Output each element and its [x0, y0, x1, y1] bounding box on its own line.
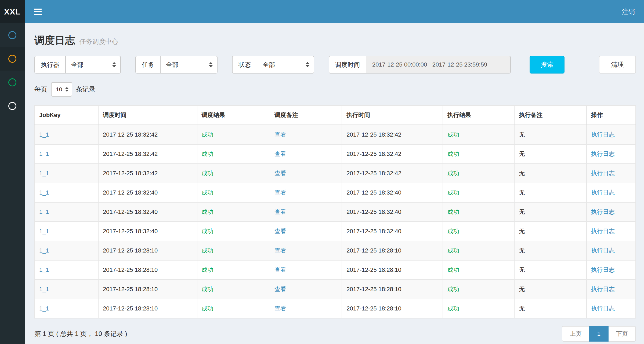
column-header: 调度结果	[197, 105, 270, 125]
cell-trigger-time: 2017-12-25 18:32:40	[98, 202, 197, 222]
search-button[interactable]: 搜索	[530, 56, 565, 74]
clear-button[interactable]: 清理	[599, 56, 636, 74]
cell-trigger-msg-link[interactable]: 查看	[274, 208, 286, 215]
cell-trigger-result: 成功	[197, 164, 270, 183]
cell-action-link[interactable]: 执行日志	[591, 228, 615, 235]
table-row: 1_12017-12-25 18:28:10成功查看2017-12-25 18:…	[35, 299, 636, 318]
per-page-select[interactable]: 10	[51, 82, 72, 97]
sidebar-item-job-log[interactable]	[0, 71, 25, 94]
cell-trigger-msg-link[interactable]: 查看	[274, 151, 286, 157]
table-row: 1_12017-12-25 18:28:10成功查看2017-12-25 18:…	[35, 241, 636, 260]
cell-action-link[interactable]: 执行日志	[591, 286, 615, 292]
cell-trigger-msg-link[interactable]: 查看	[274, 286, 286, 292]
cell-handle-time: 2017-12-25 18:32:42	[342, 125, 443, 145]
sidebar-item-dashboard[interactable]	[0, 23, 25, 47]
circle-o-icon	[8, 55, 16, 63]
cell-trigger-result: 成功	[197, 260, 270, 280]
cell-handle-time: 2017-12-25 18:32:40	[342, 222, 443, 241]
job-select[interactable]: 全部	[160, 56, 218, 74]
cell-action-link[interactable]: 执行日志	[591, 266, 615, 273]
filter-bar: 执行器 全部 任务 全部 状态 全部	[34, 56, 636, 74]
sidebar-toggle-icon[interactable]	[34, 9, 42, 15]
cell-trigger-msg-link[interactable]: 查看	[274, 247, 286, 254]
cell-trigger-msg-link[interactable]: 查看	[274, 305, 286, 312]
cell-jobkey-link[interactable]: 1_1	[39, 305, 49, 312]
cell-handle-msg: 无	[514, 222, 586, 241]
cell-trigger-result: 成功	[197, 280, 270, 299]
cell-jobkey-link[interactable]: 1_1	[39, 170, 49, 177]
status-select[interactable]: 全部	[257, 56, 314, 74]
sidebar-item-job-manage[interactable]	[0, 47, 25, 71]
page-title: 调度日志	[34, 34, 75, 47]
cell-jobkey-link[interactable]: 1_1	[39, 151, 49, 157]
cell-trigger-msg-link[interactable]: 查看	[274, 170, 286, 177]
cell-action-link[interactable]: 执行日志	[591, 151, 615, 157]
cell-jobkey-link[interactable]: 1_1	[39, 189, 49, 196]
logout-link[interactable]: 注销	[622, 8, 635, 16]
cell-jobkey-link[interactable]: 1_1	[39, 208, 49, 215]
cell-handle-result: 成功	[443, 144, 514, 164]
cell-trigger-result: 成功	[197, 125, 270, 145]
cell-jobkey: 1_1	[35, 260, 98, 280]
trigger-time-range-input[interactable]: 2017-12-25 00:00:00 - 2017-12-25 23:59:5…	[366, 56, 511, 74]
cell-handle-msg: 无	[514, 202, 586, 222]
log-table-body: 1_12017-12-25 18:32:42成功查看2017-12-25 18:…	[35, 125, 636, 319]
table-row: 1_12017-12-25 18:32:40成功查看2017-12-25 18:…	[35, 222, 636, 241]
job-select-value: 全部	[166, 61, 178, 69]
cell-handle-result: 成功	[443, 125, 514, 145]
cell-handle-time: 2017-12-25 18:32:40	[342, 183, 443, 202]
job-filter-group: 任务 全部	[135, 56, 218, 74]
cell-handle-result: 成功	[443, 222, 514, 241]
executor-select[interactable]: 全部	[65, 56, 121, 74]
table-row: 1_12017-12-25 18:28:10成功查看2017-12-25 18:…	[35, 260, 636, 280]
cell-handle-time: 2017-12-25 18:28:10	[342, 241, 443, 260]
cell-trigger-result: 成功	[197, 144, 270, 164]
cell-jobkey-link[interactable]: 1_1	[39, 247, 49, 254]
cell-jobkey-link[interactable]: 1_1	[39, 131, 49, 138]
column-header: 执行结果	[443, 105, 514, 125]
select-arrows-icon	[65, 87, 68, 92]
cell-trigger-msg-link[interactable]: 查看	[274, 189, 286, 196]
sidebar-item-executor[interactable]	[0, 94, 25, 118]
page-header: 调度日志 任务调度中心	[34, 34, 636, 47]
table-row: 1_12017-12-25 18:32:42成功查看2017-12-25 18:…	[35, 164, 636, 183]
per-page-prefix: 每页	[34, 85, 47, 94]
cell-action: 执行日志	[587, 222, 636, 241]
next-page-button[interactable]: 下页	[608, 326, 636, 342]
cell-action: 执行日志	[587, 280, 636, 299]
cell-handle-msg: 无	[514, 280, 586, 299]
cell-handle-msg: 无	[514, 260, 586, 280]
executor-filter-label: 执行器	[34, 56, 65, 74]
circle-o-icon	[8, 102, 16, 110]
current-page-button[interactable]: 1	[589, 326, 609, 342]
cell-action: 执行日志	[587, 144, 636, 164]
table-row: 1_12017-12-25 18:32:40成功查看2017-12-25 18:…	[35, 183, 636, 202]
cell-handle-result: 成功	[443, 280, 514, 299]
cell-action-link[interactable]: 执行日志	[591, 189, 615, 196]
cell-jobkey-link[interactable]: 1_1	[39, 228, 49, 235]
cell-jobkey-link[interactable]: 1_1	[39, 286, 49, 292]
cell-action-link[interactable]: 执行日志	[591, 170, 615, 177]
cell-action-link[interactable]: 执行日志	[591, 247, 615, 254]
cell-action-link[interactable]: 执行日志	[591, 305, 615, 312]
cell-jobkey-link[interactable]: 1_1	[39, 266, 49, 273]
cell-trigger-time: 2017-12-25 18:28:10	[98, 260, 197, 280]
select-arrows-icon	[112, 62, 116, 67]
cell-trigger-msg-link[interactable]: 查看	[274, 131, 286, 138]
app-logo[interactable]: XXL	[0, 0, 25, 23]
cell-jobkey: 1_1	[35, 183, 98, 202]
cell-trigger-time: 2017-12-25 18:32:40	[98, 222, 197, 241]
cell-action-link[interactable]: 执行日志	[591, 208, 615, 215]
cell-trigger-msg-link[interactable]: 查看	[274, 266, 286, 273]
cell-handle-time: 2017-12-25 18:28:10	[342, 299, 443, 318]
cell-handle-msg: 无	[514, 164, 586, 183]
table-row: 1_12017-12-25 18:32:42成功查看2017-12-25 18:…	[35, 125, 636, 145]
cell-handle-msg: 无	[514, 183, 586, 202]
cell-action-link[interactable]: 执行日志	[591, 131, 615, 138]
cell-action: 执行日志	[587, 260, 636, 280]
column-header: JobKey	[35, 105, 98, 125]
column-header: 执行时间	[342, 105, 443, 125]
cell-handle-result: 成功	[443, 202, 514, 222]
prev-page-button[interactable]: 上页	[562, 326, 590, 342]
cell-trigger-msg-link[interactable]: 查看	[274, 228, 286, 235]
